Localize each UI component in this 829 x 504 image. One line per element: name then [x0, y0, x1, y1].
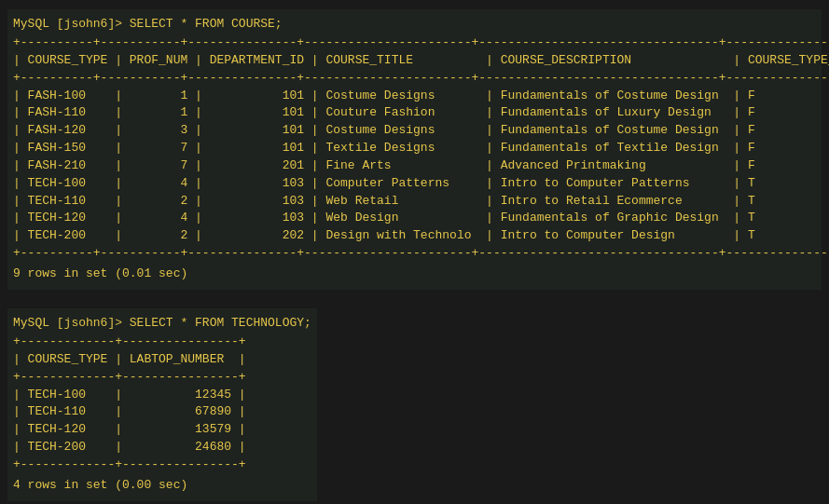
table-row: | TECH-100 | 12345 |: [13, 387, 311, 404]
table-row: | FASH-100 | 1 | 101 | Costume Designs |…: [13, 88, 816, 105]
bottom-separator1: +-------------+----------------+: [13, 334, 311, 351]
table-row: | TECH-100 | 4 | 103 | Computer Patterns…: [13, 175, 816, 193]
top-separator1: +----------+-----------+---------------+…: [13, 34, 816, 52]
bottom-header: | COURSE_TYPE | LABTOP_NUMBER |: [13, 351, 311, 369]
table-row: | TECH-110 | 67890 |: [13, 403, 311, 421]
table-row: | TECH-200 | 2 | 202 | Design with Techn…: [13, 227, 816, 245]
top-separator2: +----------+-----------+---------------+…: [13, 70, 816, 88]
table-row: | FASH-110 | 1 | 101 | Couture Fashion |…: [13, 104, 816, 122]
top-result: 9 rows in set (0.01 sec): [13, 266, 816, 280]
top-rows: | FASH-100 | 1 | 101 | Costume Designs |…: [13, 88, 816, 246]
bottom-rows: | TECH-100 | 12345 || TECH-110 | 67890 |…: [13, 387, 311, 456]
table-row: | TECH-120 | 13579 |: [13, 421, 311, 439]
top-header: | COURSE_TYPE | PROF_NUM | DEPARTMENT_ID…: [13, 52, 816, 70]
bottom-command: MySQL [jsohn6]> SELECT * FROM TECHNOLOGY…: [13, 316, 311, 330]
table-row: | FASH-150 | 7 | 101 | Textile Designs |…: [13, 140, 816, 157]
bottom-result: 4 rows in set (0.00 sec): [13, 478, 311, 492]
table-row: | FASH-210 | 7 | 201 | Fine Arts | Advan…: [13, 157, 816, 175]
bottom-terminal: MySQL [jsohn6]> SELECT * FROM TECHNOLOGY…: [7, 308, 317, 501]
top-terminal: MySQL [jsohn6]> SELECT * FROM COURSE; +-…: [7, 9, 822, 290]
top-command: MySQL [jsohn6]> SELECT * FROM COURSE;: [13, 17, 816, 31]
bottom-separator3: +-------------+----------------+: [13, 456, 311, 474]
table-row: | TECH-120 | 4 | 103 | Web Design | Fund…: [13, 210, 816, 227]
top-separator3: +----------+-----------+---------------+…: [13, 245, 816, 263]
table-row: | TECH-200 | 24680 |: [13, 439, 311, 456]
table-row: | TECH-110 | 2 | 103 | Web Retail | Intr…: [13, 193, 816, 211]
bottom-separator2: +-------------+----------------+: [13, 369, 311, 387]
table-row: | FASH-120 | 3 | 101 | Costume Designs |…: [13, 122, 816, 140]
